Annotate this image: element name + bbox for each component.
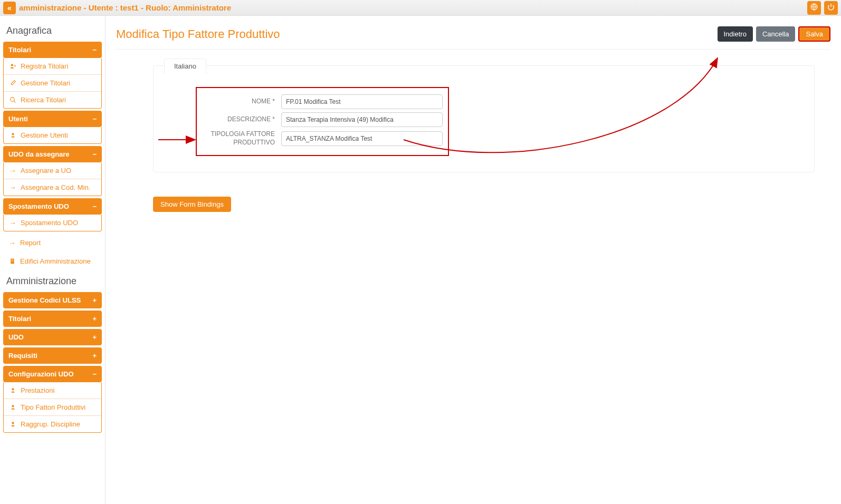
svg-rect-9 — [11, 260, 12, 261]
svg-point-11 — [12, 388, 14, 390]
nav-label: Tipo Fattori Produttivi — [21, 403, 85, 411]
nav-assegnare-uo[interactable]: → Assegnare a UO — [4, 162, 101, 179]
nav-label: Report — [20, 239, 41, 247]
accordion-label: Requisiti — [8, 352, 37, 360]
minus-icon: − — [92, 202, 97, 210]
plus-icon: + — [92, 352, 97, 360]
accordion-header-titolari[interactable]: Titolari − — [3, 42, 102, 58]
arrow-right-icon: → — [9, 167, 16, 175]
nav-label: Edifici Amministrazione — [20, 257, 91, 265]
accordion-label: Utenti — [8, 115, 28, 123]
nav-label: Assegnare a UO — [21, 167, 71, 175]
main-content: Modifica Tipo Fattore Produttivo Indietr… — [106, 16, 841, 504]
nav-report[interactable]: → Report — [3, 234, 102, 252]
accordion-header-gestione-codici[interactable]: Gestione Codici ULSS + — [3, 292, 102, 308]
section-anagrafica: Anagrafica — [3, 20, 102, 42]
nav-label: Gestione Utenti — [21, 131, 68, 139]
accordion-config-udo: Configurazioni UDO − Prestazioni — [3, 366, 102, 433]
accordion-header-config-udo[interactable]: Configurazioni UDO − — [3, 366, 102, 382]
back-button[interactable]: Indietro — [718, 26, 753, 42]
nav-gestione-titolari[interactable]: Gestione Titolari — [4, 75, 101, 92]
arrow-right-icon: → — [9, 219, 16, 227]
accordion-udo-assegnare: UDO da assegnare − → Assegnare a UO → As… — [3, 146, 102, 196]
accordion-gestione-codici-ulss: Gestione Codici ULSS + — [3, 292, 102, 308]
accordion-label: Gestione Codici ULSS — [8, 296, 81, 304]
building-icon — [8, 258, 16, 265]
tipologia-label: TIPOLOGIA FATTORE PRODUTTIVO — [202, 130, 281, 147]
accordion-titolari: Titolari − Registra Titolari Gest — [3, 42, 102, 109]
svg-point-12 — [12, 405, 14, 407]
accordion-udo: UDO + — [3, 329, 102, 345]
chevron-left-icon: « — [7, 4, 12, 12]
nome-input[interactable] — [281, 94, 443, 109]
nav-prestazioni[interactable]: Prestazioni — [4, 382, 101, 399]
user-icon — [9, 404, 16, 411]
accordion-header-udo[interactable]: UDO + — [3, 329, 102, 345]
plus-icon: + — [92, 315, 97, 323]
plus-icon: + — [92, 296, 97, 304]
minus-icon: − — [92, 370, 97, 378]
sidebar: Anagrafica Titolari − Registra Titolari — [0, 16, 106, 504]
descrizione-input[interactable] — [281, 112, 443, 127]
plus-icon: + — [92, 333, 97, 341]
nome-label: NOME * — [202, 98, 281, 106]
arrow-right-icon: → — [9, 183, 16, 191]
arrow-right-icon: → — [8, 239, 16, 247]
svg-point-13 — [12, 422, 14, 424]
accordion-label: Spostamento UDO — [8, 202, 69, 210]
page-title: Modifica Tipo Fattore Produttivo — [116, 27, 280, 41]
accordion-label: UDO da assegnare — [8, 150, 70, 158]
accordion-header-titolari-2[interactable]: Titolari + — [3, 311, 102, 327]
power-button[interactable] — [824, 1, 838, 15]
svg-rect-7 — [11, 259, 12, 260]
nav-label: Assegnare a Cod. Min. — [21, 183, 90, 191]
show-form-bindings-button[interactable]: Show Form Bindings — [153, 197, 231, 212]
nav-spostamento-udo[interactable]: → Spostamento UDO — [4, 215, 101, 231]
nav-registra-titolari[interactable]: Registra Titolari — [4, 58, 101, 75]
nav-assegnare-cod-min[interactable]: → Assegnare a Cod. Min. — [4, 179, 101, 196]
accordion-label: Configurazioni UDO — [8, 370, 74, 378]
nav-label: Raggrup. Discipline — [21, 420, 80, 428]
svg-rect-8 — [13, 259, 13, 260]
user-icon — [9, 421, 16, 428]
svg-line-4 — [14, 101, 15, 102]
nav-label: Registra Titolari — [21, 62, 68, 70]
section-amministrazione: Amministrazione — [3, 270, 102, 292]
nav-gestione-utenti[interactable]: Gestione Utenti — [4, 127, 101, 143]
accordion-header-requisiti[interactable]: Requisiti + — [3, 347, 102, 364]
nav-ricerca-titolari[interactable]: Ricerca Titolari — [4, 92, 101, 108]
minus-icon: − — [92, 46, 97, 54]
nav-label: Spostamento UDO — [21, 219, 78, 227]
accordion-label: UDO — [8, 333, 24, 341]
accordion-requisiti: Requisiti + — [3, 347, 102, 364]
nav-label: Gestione Titolari — [21, 79, 70, 87]
accordion-titolari-2: Titolari + — [3, 311, 102, 327]
descrizione-label: DESCRIZIONE * — [202, 115, 281, 124]
topbar: « amministrazione - Utente : test1 - Ruo… — [0, 0, 841, 16]
tab-italiano[interactable]: Italiano — [164, 59, 206, 74]
form-highlight-box: NOME * DESCRIZIONE * TIPOLOGIA FATTORE P… — [196, 87, 449, 156]
power-icon — [827, 3, 835, 12]
nav-edifici-amministrazione[interactable]: Edifici Amministrazione — [3, 252, 102, 270]
accordion-utenti: Utenti − Gestione Utenti — [3, 111, 102, 144]
form-panel: Italiano NOME * DESCRIZIONE * TIPOLOGIA … — [153, 65, 815, 172]
nav-label: Prestazioni — [21, 386, 54, 394]
save-button[interactable]: Salva — [798, 26, 830, 42]
tipologia-input[interactable] — [281, 131, 443, 146]
cancel-button[interactable]: Cancella — [756, 26, 796, 42]
sidebar-collapse-button[interactable]: « — [3, 2, 16, 14]
globe-button[interactable] — [807, 1, 821, 15]
svg-point-2 — [11, 64, 13, 66]
nav-tipo-fattori-produttivi[interactable]: Tipo Fattori Produttivi — [4, 399, 101, 416]
minus-icon: − — [92, 150, 97, 158]
user-icon — [9, 387, 16, 394]
accordion-header-udo-assegnare[interactable]: UDO da assegnare − — [3, 146, 102, 162]
accordion-header-spostamento[interactable]: Spostamento UDO − — [3, 198, 102, 215]
nav-raggrup-discipline[interactable]: Raggrup. Discipline — [4, 416, 101, 432]
app-title: amministrazione - Utente : test1 - Ruolo… — [19, 3, 231, 12]
accordion-spostamento: Spostamento UDO − → Spostamento UDO — [3, 198, 102, 231]
accordion-header-utenti[interactable]: Utenti − — [3, 111, 102, 127]
svg-rect-10 — [13, 260, 13, 261]
globe-icon — [810, 3, 818, 12]
user-icon — [9, 132, 16, 139]
